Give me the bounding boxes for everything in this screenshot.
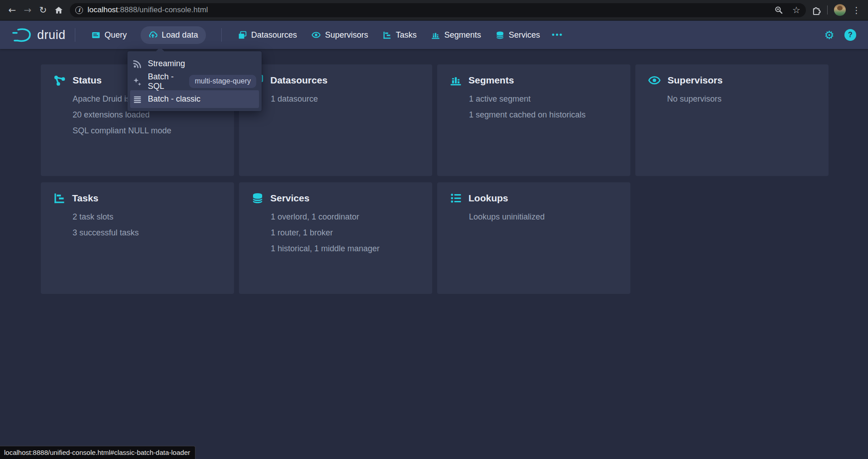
nav-divider — [75, 28, 75, 42]
druid-navbar: druid Query Load data — [0, 21, 868, 49]
tasks-line: 2 task slots — [73, 209, 225, 225]
card-datasources[interactable]: Datasources 1 datasource — [239, 64, 432, 176]
services-line: 1 overlord, 1 coordinator — [271, 209, 423, 225]
card-lookups[interactable]: Lookups Lookups uninitialized — [437, 182, 630, 294]
nav-services[interactable]: Services — [496, 30, 540, 40]
eye-icon — [312, 30, 321, 39]
card-datasources-title: Datasources — [270, 75, 327, 86]
druid-logo-icon — [12, 27, 33, 43]
extensions-icon[interactable] — [811, 5, 821, 15]
navbar-right: ⚙ ? — [824, 29, 856, 41]
supervisors-line: No supervisors — [667, 91, 819, 107]
forward-icon[interactable]: → — [20, 2, 35, 18]
card-tasks[interactable]: Tasks 2 task slots 3 successful tasks — [41, 182, 234, 294]
card-services[interactable]: Services 1 overlord, 1 coordinator 1 rou… — [239, 182, 432, 294]
supervisors-card-icon — [648, 74, 661, 87]
feed-icon — [133, 59, 142, 68]
nav-query[interactable]: Query — [92, 30, 127, 40]
toolbar-trailing: ⋮ — [811, 4, 863, 16]
segments-line: 1 segment cached on historicals — [469, 107, 621, 123]
datasources-line: 1 datasource — [271, 91, 423, 107]
nav-segments-label: Segments — [444, 30, 481, 40]
card-segments-title: Segments — [468, 75, 514, 86]
browser-toolbar: ← → ↻ i localhost:8888/unified-console.h… — [0, 0, 868, 20]
nav-load-data-label: Load data — [162, 30, 198, 40]
url-path: :8888/unified-console.html — [118, 5, 208, 14]
lookups-card-icon — [450, 192, 462, 204]
gantt-chart-icon — [383, 31, 391, 39]
lookups-line: Lookups uninitialized — [469, 209, 621, 225]
menu-item-streaming[interactable]: Streaming — [127, 55, 262, 73]
reload-icon[interactable]: ↻ — [35, 2, 51, 18]
nav-segments[interactable]: Segments — [431, 30, 481, 40]
tasks-card-icon — [54, 192, 65, 204]
nav-tasks-label: Tasks — [396, 30, 417, 40]
sparkles-icon — [133, 77, 142, 86]
database-icon — [496, 31, 504, 39]
bookmark-star-icon[interactable]: ☆ — [792, 5, 800, 15]
druid-brand[interactable]: druid — [12, 27, 66, 43]
card-supervisors-title: Supervisors — [668, 75, 722, 86]
menu-batch-sql-label: Batch - SQL — [148, 72, 178, 91]
toolbar-separator — [827, 5, 828, 15]
segments-line: 1 active segment — [469, 91, 621, 107]
nav-datasources-label: Datasources — [251, 30, 297, 40]
url-bar[interactable]: i localhost:8888/unified-console.html ☆ — [70, 3, 806, 17]
services-card-icon — [252, 192, 263, 204]
druid-wordmark: druid — [37, 28, 66, 42]
datasources-icon — [238, 31, 247, 39]
graph-icon — [54, 74, 66, 87]
card-supervisors[interactable]: Supervisors No supervisors — [635, 64, 829, 176]
home-icon[interactable] — [51, 2, 66, 18]
nav-query-label: Query — [105, 30, 127, 40]
settings-gear-icon[interactable]: ⚙ — [824, 29, 834, 41]
back-icon[interactable]: ← — [5, 2, 20, 18]
help-icon[interactable]: ? — [844, 29, 856, 41]
nav-supervisors-label: Supervisors — [325, 30, 368, 40]
stacked-chart-icon — [431, 31, 440, 39]
nav-more-button[interactable]: ••• — [552, 30, 563, 40]
load-data-dropdown: Streaming Batch - SQL multi-stage-query — [127, 51, 262, 111]
site-info-icon[interactable]: i — [75, 6, 83, 14]
nav-datasources[interactable]: Datasources — [238, 30, 297, 40]
url-host: localhost — [88, 5, 118, 14]
chrome-menu-icon[interactable]: ⋮ — [852, 5, 861, 15]
query-icon — [92, 31, 100, 39]
services-line: 1 router, 1 broker — [271, 225, 423, 241]
status-line: SQL compliant NULL mode — [73, 123, 225, 139]
card-lookups-title: Lookups — [468, 193, 508, 204]
zoom-icon[interactable] — [775, 6, 783, 15]
menu-batch-classic-label: Batch - classic — [148, 94, 200, 104]
services-line: 1 historical, 1 middle manager — [271, 241, 423, 257]
link-target-status-bubble: localhost:8888/unified-console.html#clas… — [0, 446, 195, 459]
card-services-title: Services — [270, 193, 309, 204]
card-segments[interactable]: Segments 1 active segment 1 segment cach… — [437, 64, 630, 176]
card-tasks-title: Tasks — [72, 193, 98, 204]
cloud-upload-icon — [148, 30, 157, 39]
nav-divider — [221, 28, 222, 42]
menu-item-batch-classic[interactable]: Batch - classic — [130, 90, 259, 108]
screen: ← → ↻ i localhost:8888/unified-console.h… — [0, 0, 868, 459]
nav-supervisors[interactable]: Supervisors — [312, 30, 368, 40]
profile-avatar[interactable] — [834, 4, 846, 16]
multi-stage-query-badge: multi-stage-query — [189, 75, 256, 88]
list-icon — [133, 95, 142, 104]
nav-tasks[interactable]: Tasks — [383, 30, 417, 40]
menu-streaming-label: Streaming — [148, 59, 185, 68]
url-text[interactable]: localhost:8888/unified-console.html — [88, 5, 208, 15]
card-status-title: Status — [73, 75, 102, 86]
menu-item-batch-sql[interactable]: Batch - SQL multi-stage-query — [127, 73, 262, 90]
tasks-line: 3 successful tasks — [73, 225, 225, 241]
segments-card-icon — [450, 74, 462, 86]
nav-services-label: Services — [509, 30, 540, 40]
nav-load-data[interactable]: Load data — [141, 26, 206, 44]
